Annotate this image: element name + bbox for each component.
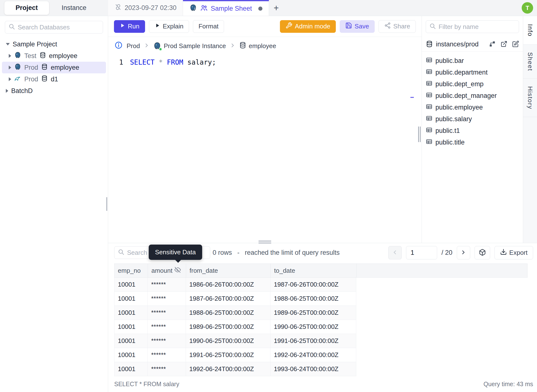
filter-by-name-input[interactable]: [439, 23, 520, 31]
table-row[interactable]: 10001 ****** 1987-06-26T00:00:00Z 1988-0…: [114, 292, 528, 306]
database-label: d1: [51, 76, 58, 83]
table-row[interactable]: 10001 ****** 1990-06-25T00:00:00Z 1991-0…: [114, 334, 528, 348]
avatar-initial: T: [526, 5, 529, 11]
table-item[interactable]: public.t1: [426, 125, 519, 136]
package-button[interactable]: [475, 246, 490, 259]
caret-right-icon[interactable]: [6, 89, 8, 93]
cell-from-date: 1987-06-26T00:00:00Z: [186, 292, 270, 306]
tab-history[interactable]: History: [523, 79, 537, 117]
cell-from-date: 1986-06-26T00:00:00Z: [186, 278, 270, 292]
caret-right-icon[interactable]: [9, 66, 11, 69]
tree-item-prod-d1[interactable]: Prod d1: [2, 73, 106, 85]
schema-diagram-button[interactable]: [489, 41, 496, 48]
table-row[interactable]: 10001 ****** 1986-06-26T00:00:00Z 1987-0…: [114, 278, 528, 292]
database-icon: [41, 75, 48, 84]
sql-editor-app: Project Instance 2023-09-27 02:30: [0, 0, 537, 392]
table-row[interactable]: 10001 ****** 1992-06-24T00:00:00Z 1993-0…: [114, 362, 528, 376]
tab-sheet-label: Sheet: [526, 52, 534, 71]
table-item[interactable]: public.title: [426, 136, 519, 148]
admin-mode-button[interactable]: Admin mode: [280, 20, 336, 33]
prev-page-button[interactable]: [388, 246, 402, 259]
sql-editor[interactable]: 1 SELECT * FROM salary;: [108, 55, 422, 243]
database-label: employee: [249, 42, 276, 50]
table-row[interactable]: 10001 ****** 1991-06-25T00:00:00Z 1992-0…: [114, 348, 528, 362]
database-sidebar: Sample Project Test employee: [0, 16, 108, 392]
cell-amount-masked: ******: [148, 320, 186, 334]
tab-sample-sheet[interactable]: Sample Sheet: [183, 0, 269, 16]
dash: -: [237, 249, 240, 256]
table-icon: [426, 115, 433, 123]
tab-history-label: History: [526, 86, 534, 109]
caret-right-icon[interactable]: [9, 77, 11, 81]
table-item[interactable]: public.department: [426, 67, 519, 78]
keyword-from: FROM: [167, 58, 183, 66]
search-databases-input[interactable]: [18, 24, 99, 31]
results-panel: Sensitive Data 0 rows - reached the limi…: [108, 243, 537, 392]
new-tab-button[interactable]: +: [269, 0, 284, 16]
run-button[interactable]: Run: [114, 20, 145, 33]
result-table: emp_no amount from_date to_date 10001 **…: [114, 264, 528, 376]
breadcrumb-environment[interactable]: Prod: [127, 42, 140, 50]
tab-history-label: 2023-09-27 02:30: [125, 4, 176, 12]
results-resize-handle[interactable]: [259, 241, 271, 243]
database-label: employee: [51, 64, 79, 71]
cell-emp-no: 10001: [114, 292, 148, 306]
cell-from-date: 1992-06-24T00:00:00Z: [186, 362, 270, 376]
tab-sheet[interactable]: Sheet: [523, 45, 537, 79]
row-count: 0 rows: [213, 249, 232, 256]
tree-item-sample-project[interactable]: Sample Project: [2, 38, 106, 50]
cell-emp-no: 10001: [114, 278, 148, 292]
table-item[interactable]: public.dept_manager: [426, 90, 519, 102]
export-button[interactable]: Export: [494, 246, 533, 259]
table-name: public.dept_manager: [435, 92, 497, 100]
cell-from-date: 1991-06-25T00:00:00Z: [186, 348, 270, 362]
table-item[interactable]: public.bar: [426, 55, 519, 67]
format-button[interactable]: Format: [193, 20, 224, 33]
table-row[interactable]: 10001 ****** 1988-06-25T00:00:00Z 1989-0…: [114, 306, 528, 320]
page-number-input[interactable]: [406, 246, 437, 259]
environment-label: Prod: [24, 64, 38, 71]
schema-filter: [426, 20, 519, 33]
tab-instance[interactable]: Instance: [51, 1, 98, 15]
tab-history-sheet[interactable]: 2023-09-27 02:30: [108, 0, 183, 16]
table-item[interactable]: public.salary: [426, 113, 519, 125]
tab-info[interactable]: Info: [523, 16, 537, 45]
tree-item-batchd[interactable]: BatchD: [2, 85, 106, 97]
column-header-amount[interactable]: amount: [148, 264, 186, 277]
caret-down-icon[interactable]: [6, 43, 10, 45]
format-label: Format: [199, 23, 218, 30]
next-page-button[interactable]: [457, 246, 470, 259]
table-row[interactable]: 10001 ****** 1989-06-25T00:00:00Z 1990-0…: [114, 320, 528, 334]
column-header-to-date[interactable]: to_date: [271, 264, 356, 277]
save-button[interactable]: Save: [340, 20, 374, 33]
share-button[interactable]: Share: [379, 20, 416, 33]
project-label: Sample Project: [13, 41, 57, 48]
avatar[interactable]: T: [522, 2, 533, 14]
breadcrumb-instance[interactable]: Prod Sample Instance: [153, 42, 226, 50]
right-tab-strip: Info Sheet History: [523, 16, 537, 243]
database-icon: [41, 63, 48, 72]
executed-query: SELECT * FROM salary: [114, 381, 179, 388]
table-item[interactable]: public.dept_emp: [426, 78, 519, 90]
cell-to-date: 1988-06-25T00:00:00Z: [270, 292, 356, 306]
code-text: salary;: [183, 58, 216, 66]
project-label: BatchD: [11, 87, 33, 95]
column-header-from-date[interactable]: from_date: [186, 264, 271, 277]
tree-item-prod-employee[interactable]: Prod employee: [2, 62, 106, 73]
column-header-emp-no[interactable]: emp_no: [114, 264, 148, 277]
explain-button[interactable]: Explain: [149, 20, 189, 33]
open-external-button[interactable]: [501, 41, 507, 48]
caret-right-icon[interactable]: [9, 54, 11, 58]
run-label: Run: [128, 23, 139, 30]
edit-schema-button[interactable]: [512, 41, 519, 48]
eye-off-icon[interactable]: [174, 267, 181, 275]
tree-item-test-employee[interactable]: Test employee: [2, 50, 106, 62]
star-operator: *: [155, 58, 167, 66]
info-icon[interactable]: [114, 41, 123, 51]
table-item[interactable]: public.employee: [426, 102, 519, 113]
editor-resize-handle[interactable]: [418, 127, 421, 142]
database-icon: [39, 52, 46, 60]
breadcrumb-database[interactable]: employee: [239, 42, 276, 51]
tab-project[interactable]: Project: [4, 1, 49, 15]
tab-project-label: Project: [16, 4, 38, 12]
